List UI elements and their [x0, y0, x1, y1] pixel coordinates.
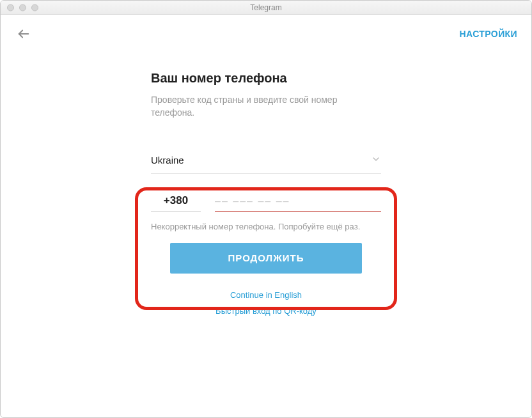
error-message: Некорректный номер телефона. Попробуйте … [151, 222, 381, 231]
login-panel: Ваш номер телефона Проверьте код страны … [151, 71, 381, 322]
country-select[interactable]: Ukraine [151, 150, 381, 174]
zoom-dot[interactable] [31, 4, 38, 11]
top-row: НАСТРОЙКИ [1, 21, 531, 47]
continue-english-link[interactable]: Continue in English [151, 290, 381, 300]
page-subtitle: Проверьте код страны и введите свой номе… [151, 93, 381, 120]
window-title: Telegram [250, 3, 281, 12]
qr-login-link[interactable]: Быстрый вход по QR-коду [151, 306, 381, 316]
dial-code[interactable]: +380 [151, 192, 201, 212]
phone-input[interactable] [215, 196, 381, 207]
window-controls [7, 4, 38, 11]
continue-button[interactable]: ПРОДОЛЖИТЬ [170, 243, 362, 274]
page-title: Ваш номер телефона [151, 71, 381, 86]
settings-link[interactable]: НАСТРОЙКИ [460, 29, 518, 39]
minimize-dot[interactable] [19, 4, 26, 11]
country-name: Ukraine [151, 155, 184, 166]
arrow-left-icon [17, 27, 31, 41]
phone-input-wrap [215, 196, 381, 212]
titlebar: Telegram [1, 1, 531, 15]
back-button[interactable] [15, 25, 33, 43]
phone-row: +380 [151, 192, 381, 212]
app-window: Telegram НАСТРОЙКИ Ваш номер телефона Пр… [0, 0, 532, 418]
close-dot[interactable] [7, 4, 14, 11]
chevron-down-icon [371, 154, 381, 167]
